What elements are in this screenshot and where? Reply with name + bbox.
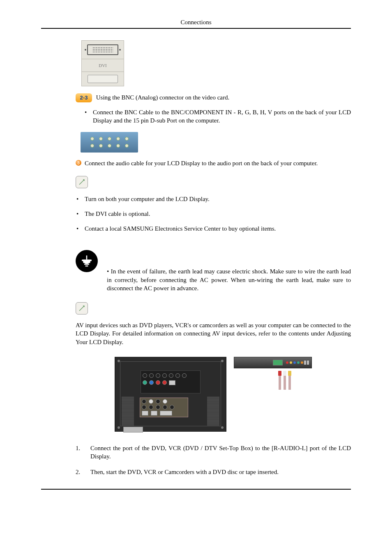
svg-rect-0 bbox=[82, 260, 92, 261]
header-rule bbox=[41, 28, 351, 29]
av-connection-figure bbox=[76, 357, 351, 432]
ground-text: • In the event of failure, the earth lea… bbox=[107, 249, 351, 292]
step-3-text: Connect the audio cable for your LCD Dis… bbox=[85, 159, 318, 167]
av-paragraph: AV input devices such as DVD players, VC… bbox=[76, 321, 351, 346]
ground-text-content: In the event of failure, the earth lead … bbox=[107, 268, 351, 291]
ground-icon bbox=[76, 250, 98, 272]
note1-item: Contact a local SAMSUNG Electronics Serv… bbox=[76, 224, 351, 233]
step-2-3-bullet: Connect the BNC Cable to the BNC/COMPONE… bbox=[81, 108, 351, 125]
lcd-back-panel bbox=[115, 357, 226, 432]
step-badge-2-3: 2-3 bbox=[76, 93, 92, 102]
dvi-label: DVI bbox=[82, 59, 124, 72]
numbered-step-1: Connect the port of the DVD, VCR (DVD / … bbox=[76, 444, 351, 461]
bnc-connector-figure bbox=[81, 132, 138, 153]
step-badge-3: 3 bbox=[76, 160, 81, 166]
dvi-port-figure: DVI bbox=[81, 40, 124, 86]
set-top-box bbox=[234, 357, 312, 432]
step-2-3-text: Using the BNC (Analog) connector on the … bbox=[96, 95, 230, 101]
numbered-step-2: Then, start the DVD, VCR or Camcorders w… bbox=[76, 468, 351, 476]
ground-warning: • In the event of failure, the earth lea… bbox=[76, 249, 351, 292]
page-header: Connections bbox=[41, 18, 351, 26]
io-highlight-box bbox=[140, 398, 188, 417]
rca-cables bbox=[278, 371, 312, 390]
note-icon bbox=[76, 302, 88, 314]
note1-item: Turn on both your computer and the LCD D… bbox=[76, 195, 351, 203]
note-icon bbox=[76, 176, 88, 188]
step-2-3: 2-3 Using the BNC (Analog) connector on … bbox=[76, 93, 351, 102]
note1-item: The DVI cable is optional. bbox=[76, 210, 351, 218]
footer-rule bbox=[41, 489, 351, 490]
step-3: 3 Connect the audio cable for your LCD D… bbox=[76, 159, 351, 167]
